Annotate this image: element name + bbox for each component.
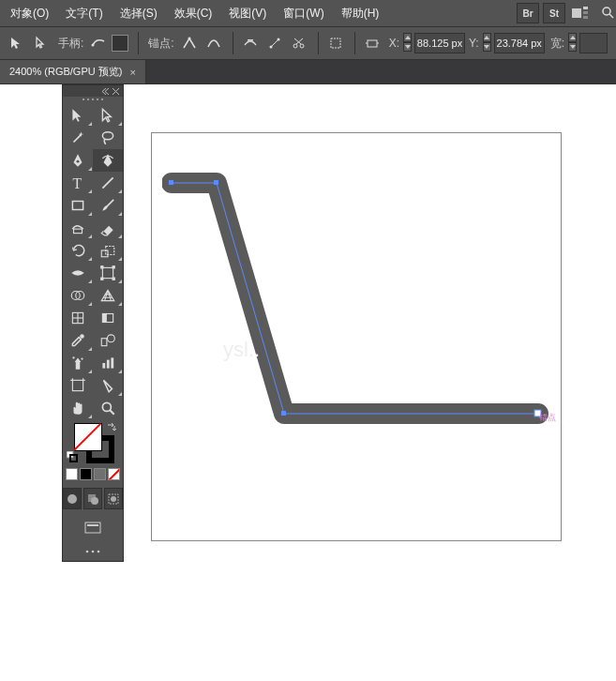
svg-rect-53	[102, 363, 105, 369]
menu-window[interactable]: 窗口(W)	[275, 2, 332, 25]
swatch-black[interactable]	[80, 468, 92, 480]
eraser-tool[interactable]	[93, 217, 123, 239]
remove-anchor-icon[interactable]	[239, 32, 262, 54]
width-input[interactable]	[579, 33, 608, 53]
menu-help[interactable]: 帮助(H)	[333, 2, 388, 25]
isolate-icon[interactable]	[361, 32, 383, 54]
close-icon[interactable]: ×	[129, 67, 135, 78]
swatch-gray[interactable]	[94, 468, 106, 480]
paintbrush-tool[interactable]	[93, 194, 123, 217]
direct-selection-tool[interactable]	[93, 104, 123, 127]
magic-wand-tool[interactable]	[63, 127, 93, 149]
slice-tool[interactable]	[93, 374, 123, 397]
svg-point-27	[102, 132, 113, 140]
svg-point-67	[91, 497, 98, 505]
svg-line-62	[110, 410, 114, 415]
app-root: 对象(O) 文字(T) 选择(S) 效果(C) 视图(V) 窗口(W) 帮助(H…	[0, 0, 616, 681]
width-stepper[interactable]	[568, 33, 579, 53]
blend-tool[interactable]	[93, 329, 123, 352]
svg-rect-35	[102, 267, 113, 278]
draw-behind-icon[interactable]	[83, 488, 102, 509]
cut-path-icon[interactable]	[288, 32, 310, 54]
y-input[interactable]	[494, 33, 545, 53]
swap-colors-icon[interactable]	[106, 421, 117, 435]
selection-icon[interactable]	[6, 32, 28, 54]
svg-point-51	[72, 356, 74, 358]
default-colors-icon[interactable]	[67, 451, 78, 462]
handle-tool-icon[interactable]	[87, 32, 110, 54]
path-shape[interactable]	[162, 172, 554, 427]
svg-rect-22	[281, 411, 286, 416]
bridge-button[interactable]: Br	[517, 3, 539, 23]
svg-point-61	[102, 402, 111, 411]
artboard-tool[interactable]	[63, 374, 93, 397]
scale-tool[interactable]	[93, 239, 123, 262]
svg-rect-33	[101, 250, 108, 257]
workspace[interactable]: 锚点 ysl.. T	[0, 84, 616, 681]
close-panel-icon[interactable]	[113, 88, 119, 95]
width-tool[interactable]	[63, 262, 93, 284]
shape-builder-tool[interactable]	[63, 284, 93, 307]
swatch-white[interactable]	[66, 468, 78, 480]
svg-rect-54	[107, 360, 110, 369]
svg-rect-31	[72, 202, 83, 210]
arrange-docs-icon[interactable]	[569, 3, 592, 23]
collapse-icon[interactable]	[102, 88, 109, 95]
menu-effect[interactable]: 效果(C)	[166, 2, 221, 25]
svg-rect-17	[368, 40, 377, 47]
svg-point-49	[107, 335, 114, 342]
x-stepper[interactable]	[403, 33, 414, 53]
svg-point-47	[80, 334, 84, 339]
curvature-tool[interactable]	[93, 149, 123, 172]
selection-tool[interactable]	[63, 104, 93, 127]
menu-select[interactable]: 选择(S)	[112, 2, 166, 25]
svg-line-11	[271, 39, 278, 47]
hand-tool[interactable]	[63, 397, 93, 419]
draw-normal-icon[interactable]	[63, 488, 82, 509]
align-to-pixel-icon[interactable]	[324, 32, 347, 54]
x-input[interactable]	[414, 33, 465, 53]
tab-label: 2400% (RGB/GPU 预览)	[9, 65, 122, 79]
menu-object[interactable]: 对象(O)	[2, 2, 57, 25]
menu-type[interactable]: 文字(T)	[57, 2, 111, 25]
line-tool[interactable]	[93, 172, 123, 194]
zoom-tool[interactable]	[93, 397, 123, 419]
column-graph-tool[interactable]	[93, 352, 123, 374]
type-tool[interactable]: T	[63, 172, 93, 194]
svg-point-74	[98, 551, 100, 553]
color-swatches[interactable]	[63, 419, 123, 464]
rotate-tool[interactable]	[63, 239, 93, 262]
tools-panel: T	[62, 84, 124, 562]
mesh-tool[interactable]	[63, 307, 93, 329]
pen-tool[interactable]	[63, 149, 93, 172]
svg-rect-56	[72, 380, 83, 390]
shaper-tool[interactable]	[63, 217, 93, 239]
eyedropper-tool[interactable]	[63, 329, 93, 352]
handle-swatch[interactable]	[112, 35, 128, 52]
y-stepper[interactable]	[483, 33, 494, 53]
tool-grid: T	[63, 104, 123, 419]
draw-inside-icon[interactable]	[104, 488, 123, 509]
lasso-tool[interactable]	[93, 127, 123, 149]
perspective-grid-tool[interactable]	[93, 284, 123, 307]
swatch-none[interactable]	[108, 468, 120, 480]
width-label: 宽:	[550, 36, 564, 52]
free-transform-tool[interactable]	[93, 262, 123, 284]
convert-corner-icon[interactable]	[178, 32, 201, 54]
rectangle-tool[interactable]	[63, 194, 93, 217]
svg-rect-21	[214, 180, 218, 185]
search-icon[interactable]	[601, 6, 614, 22]
x-label: X:	[389, 37, 399, 50]
symbol-sprayer-tool[interactable]	[63, 352, 93, 374]
edit-toolbar-icon[interactable]	[63, 542, 123, 561]
gradient-tool[interactable]	[93, 307, 123, 329]
document-tab[interactable]: 2400% (RGB/GPU 预览) ×	[0, 60, 146, 83]
svg-point-12	[293, 44, 297, 48]
menu-view[interactable]: 视图(V)	[220, 2, 275, 25]
panel-grip[interactable]	[63, 97, 123, 104]
convert-smooth-icon[interactable]	[203, 32, 225, 54]
stock-button[interactable]: St	[543, 3, 565, 23]
connect-anchor-icon[interactable]	[263, 32, 286, 54]
screen-mode-icon[interactable]	[80, 517, 106, 538]
direct-selection-icon[interactable]	[30, 32, 53, 54]
